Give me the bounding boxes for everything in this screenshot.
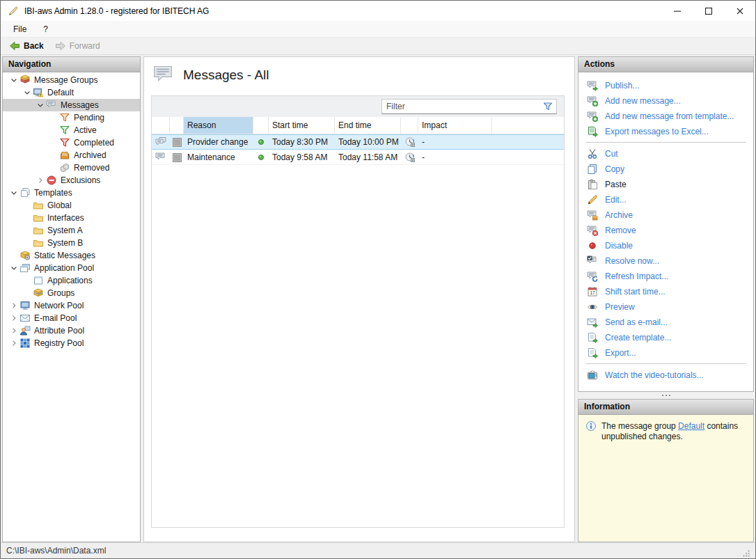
impact-cell: - — [418, 135, 492, 149]
action-label: Publish... — [605, 81, 639, 90]
nav-item-global[interactable]: Global — [3, 199, 140, 212]
column-header-end-time[interactable]: End time — [335, 117, 401, 134]
chevron-right-icon[interactable] — [8, 314, 19, 322]
nav-item-default[interactable]: Default — [3, 86, 140, 99]
folder-icon — [33, 212, 45, 223]
windows-two-icon — [19, 262, 32, 274]
action-publish[interactable]: Publish... — [578, 78, 753, 93]
message-row-maintenance[interactable]: MaintenanceToday 9:58 AMToday 11:58 AM- — [152, 150, 564, 165]
nav-item-applications[interactable]: Applications — [3, 274, 140, 287]
action-preview[interactable]: Preview — [578, 299, 753, 315]
action-add-new-message-from-template[interactable]: Add new message from template... — [578, 109, 753, 124]
panel-splitter[interactable] — [578, 392, 754, 399]
action-export-messages-to-excel[interactable]: Export messages to Excel... — [578, 124, 753, 139]
info-circle-icon — [585, 420, 597, 434]
nav-item-registry-pool[interactable]: Registry Pool — [3, 337, 140, 349]
nav-item-attribute-pool[interactable]: Attribute Pool — [3, 324, 140, 337]
nav-item-system-a[interactable]: System A — [3, 224, 140, 237]
action-export[interactable]: Export... — [578, 345, 753, 361]
nav-item-e-mail-pool[interactable]: E-mail Pool — [3, 312, 140, 324]
action-label: Paste — [605, 180, 627, 189]
action-archive[interactable]: Archive — [578, 207, 753, 223]
nav-item-groups[interactable]: Groups — [3, 287, 140, 299]
action-edit[interactable]: Edit... — [578, 192, 753, 207]
nav-item-label: Removed — [72, 163, 109, 173]
chevron-right-icon[interactable] — [8, 301, 19, 310]
minimize-button[interactable] — [661, 1, 693, 21]
row-checkbox-icon[interactable] — [170, 135, 184, 149]
action-send-as-e-mail[interactable]: Send as e-mail... — [578, 315, 753, 330]
action-cut[interactable]: Cut — [578, 146, 753, 162]
maximize-button[interactable] — [693, 1, 724, 21]
nav-item-messages[interactable]: Messages — [3, 99, 140, 111]
column-header-spacer — [170, 117, 184, 134]
nav-item-label: Global — [45, 200, 72, 210]
menu-help[interactable]: ? — [35, 22, 56, 36]
chevron-right-icon[interactable] — [35, 176, 46, 184]
chevron-down-icon[interactable] — [22, 88, 33, 97]
nav-item-application-pool[interactable]: Application Pool — [3, 262, 140, 274]
funnel-green-icon — [59, 125, 72, 136]
action-label: Resolve now... — [605, 256, 659, 266]
information-header: Information — [578, 400, 753, 415]
action-disable[interactable]: Disable — [578, 238, 753, 253]
clock-impact-icon — [401, 135, 418, 149]
nav-item-active[interactable]: Active — [3, 124, 140, 136]
action-resolve-now[interactable]: Resolve now... — [578, 253, 753, 269]
action-add-new-message[interactable]: Add new message... — [578, 93, 753, 109]
menu-file[interactable]: File — [5, 22, 35, 36]
nav-item-templates[interactable]: Templates — [3, 187, 140, 199]
action-label: Cut — [605, 149, 618, 159]
action-refresh-impact[interactable]: Refresh Impact... — [578, 269, 753, 284]
nav-item-removed[interactable]: Removed — [3, 162, 140, 174]
forward-button[interactable]: Forward — [51, 39, 104, 53]
chevron-down-icon[interactable] — [8, 264, 19, 272]
nav-item-message-groups[interactable]: Message Groups — [3, 74, 140, 86]
back-label: Back — [24, 41, 44, 51]
column-header-reason[interactable]: Reason — [184, 117, 253, 134]
column-header-start-time[interactable]: Start time — [269, 117, 335, 134]
chevron-right-icon[interactable] — [8, 339, 19, 347]
chevron-down-icon[interactable] — [35, 101, 46, 109]
action-copy[interactable]: Copy — [578, 162, 753, 177]
nav-item-exclusions[interactable]: Exclusions — [3, 174, 140, 187]
nav-item-interfaces[interactable]: Interfaces — [3, 212, 140, 224]
filter-bar — [152, 96, 564, 117]
close-button[interactable] — [724, 1, 755, 21]
chevron-down-icon[interactable] — [8, 76, 19, 84]
message-row-provider-change[interactable]: Provider changeToday 8:30 PMToday 10:00 … — [152, 134, 564, 150]
archive-act-icon — [587, 210, 599, 221]
nav-item-system-b[interactable]: System B — [3, 237, 140, 249]
action-label: Shift start time... — [605, 287, 666, 297]
filter-input[interactable] — [382, 100, 556, 113]
nav-item-label: Static Messages — [32, 251, 95, 260]
action-create-template[interactable]: Create template... — [578, 330, 753, 345]
resize-grip-icon[interactable] — [741, 549, 751, 558]
chevron-down-icon[interactable] — [8, 189, 19, 197]
nav-item-pending[interactable]: Pending — [3, 111, 140, 124]
actions-separator — [585, 363, 746, 364]
action-paste[interactable]: Paste — [578, 177, 753, 192]
action-watch-the-video-tutorials[interactable]: Watch the video-tutorials... — [578, 368, 753, 383]
nav-item-label: Completed — [72, 138, 114, 148]
column-header-spacer — [401, 117, 418, 134]
chevron-right-icon[interactable] — [8, 326, 19, 335]
info-text-before: The message group — [601, 421, 678, 431]
window-title: IBI-aws Admin 1.28.0 - registered for IB… — [24, 6, 661, 16]
column-header-impact[interactable]: Impact — [418, 117, 492, 134]
nav-item-archived[interactable]: Archived — [3, 149, 140, 162]
disable-icon — [587, 240, 599, 251]
default-group-link[interactable]: Default — [678, 421, 704, 431]
paste-icon — [587, 179, 599, 190]
nav-item-static-messages[interactable]: Static Messages — [3, 249, 140, 262]
send-email-icon — [587, 317, 599, 328]
action-shift-start-time[interactable]: 17Shift start time... — [578, 284, 753, 299]
column-header-spacer — [152, 117, 170, 134]
action-label: Copy — [605, 164, 624, 174]
row-checkbox-icon[interactable] — [170, 150, 184, 164]
nav-item-completed[interactable]: Completed — [3, 136, 140, 149]
filter-funnel-icon[interactable] — [542, 101, 553, 114]
back-button[interactable]: Back — [5, 39, 48, 53]
nav-item-network-pool[interactable]: Network Pool — [3, 299, 140, 312]
action-remove[interactable]: Remove — [578, 223, 753, 238]
